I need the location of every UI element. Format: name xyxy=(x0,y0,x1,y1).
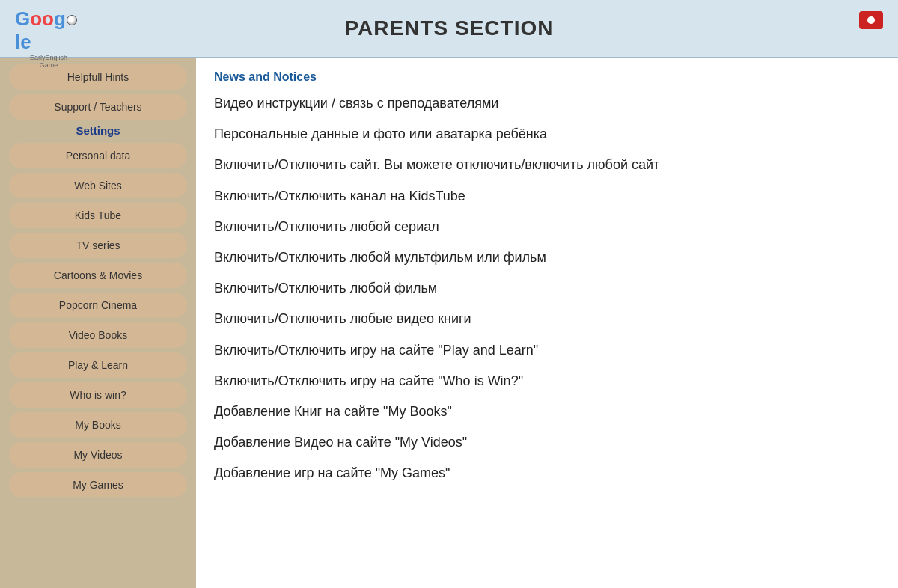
content-area: News and Notices Видео инструкции / связ… xyxy=(196,58,898,588)
sidebar-btn-support-teachers[interactable]: Support / Teachers xyxy=(9,94,187,120)
header-icon-dot xyxy=(867,16,875,24)
list-item: Включить/Отключить любые видео книги xyxy=(214,310,880,328)
sidebar-btn-who-is-win[interactable]: Who is win? xyxy=(9,382,187,408)
sidebar-btn-my-videos[interactable]: My Videos xyxy=(9,442,187,468)
item-text: Включить/Отключить любой сериал xyxy=(214,219,439,234)
list-item: Включить/Отключить любой мультфильм или … xyxy=(214,248,880,267)
item-text: Включить/Отключить игру на сайте "Who is… xyxy=(214,373,523,388)
sidebar-btn-my-books[interactable]: My Books xyxy=(9,412,187,438)
list-item: Включить/Отключить канал на KidsTube xyxy=(214,187,880,206)
sidebar-btn-popcorn-cinema[interactable]: Popcorn Cinema xyxy=(9,293,187,318)
item-text: Включить/Отключить сайт. Вы можете отклю… xyxy=(214,157,659,172)
item-text: Персональные данные и фото или аватарка … xyxy=(214,126,547,141)
sidebar-settings-label: Settings xyxy=(9,124,187,137)
page-header: Google EarlyEnglishGame PARENTS SECTION xyxy=(0,0,898,58)
sidebar-btn-cartoons-movies[interactable]: Cartoons & Movies xyxy=(9,263,187,288)
header-icon-button[interactable] xyxy=(859,11,883,29)
item-text: Включить/Отключить любой фильм xyxy=(214,281,437,295)
logo-subtitle: EarlyEnglishGame xyxy=(15,54,82,69)
item-text: Добавление игр на сайте "My Games" xyxy=(214,465,450,480)
item-text: Включить/Отключить любой мультфильм или … xyxy=(214,250,546,265)
item-text: Добавление Видео на сайте "My Videos" xyxy=(214,435,467,450)
sidebar-btn-kids-tube[interactable]: Kids Tube xyxy=(9,203,187,228)
sidebar-btn-video-books[interactable]: Video Books xyxy=(9,322,187,348)
list-item: Видео инструкции / связь с преподавателя… xyxy=(214,94,880,113)
list-item: Добавление игр на сайте "My Games" xyxy=(214,464,880,483)
main-container: Helpfull Hints Support / Teachers Settin… xyxy=(0,58,898,588)
sidebar-btn-my-games[interactable]: My Games xyxy=(9,472,187,497)
sidebar-btn-web-sites[interactable]: Web Sites xyxy=(9,173,187,198)
item-text: Включить/Отключить канал на KidsTube xyxy=(214,189,465,203)
sidebar: Helpfull Hints Support / Teachers Settin… xyxy=(0,58,196,588)
list-item: Включить/Отключить игру на сайте "Who is… xyxy=(214,372,880,391)
list-item: Включить/Отключить игру на сайте "Play a… xyxy=(214,341,880,360)
list-item: Добавление Видео на сайте "My Videos" xyxy=(214,433,880,452)
item-text: Включить/Отключить игру на сайте "Play a… xyxy=(214,343,538,358)
page-title: PARENTS SECTION xyxy=(345,16,554,40)
item-text: Включить/Отключить любые видео книги xyxy=(214,311,471,326)
sidebar-btn-personal-data[interactable]: Personal data xyxy=(9,143,187,168)
sidebar-btn-play-learn[interactable]: Play & Learn xyxy=(9,352,187,378)
list-item: Включить/Отключить сайт. Вы можете отклю… xyxy=(214,156,880,174)
item-text: Видео инструкции / связь с преподавателя… xyxy=(214,96,498,111)
item-text: Добавление Книг на сайте "My Books" xyxy=(214,404,452,419)
section-title: News and Notices xyxy=(214,70,880,84)
logo-text: Google xyxy=(15,7,82,54)
list-item: Включить/Отключить любой сериал xyxy=(214,218,880,236)
sidebar-btn-tv-series[interactable]: TV series xyxy=(9,233,187,258)
list-item: Персональные данные и фото или аватарка … xyxy=(214,125,880,144)
list-item: Добавление Книг на сайте "My Books" xyxy=(214,402,880,421)
logo[interactable]: Google EarlyEnglishGame xyxy=(15,7,82,51)
list-item: Включить/Отключить любой фильм xyxy=(214,279,880,298)
